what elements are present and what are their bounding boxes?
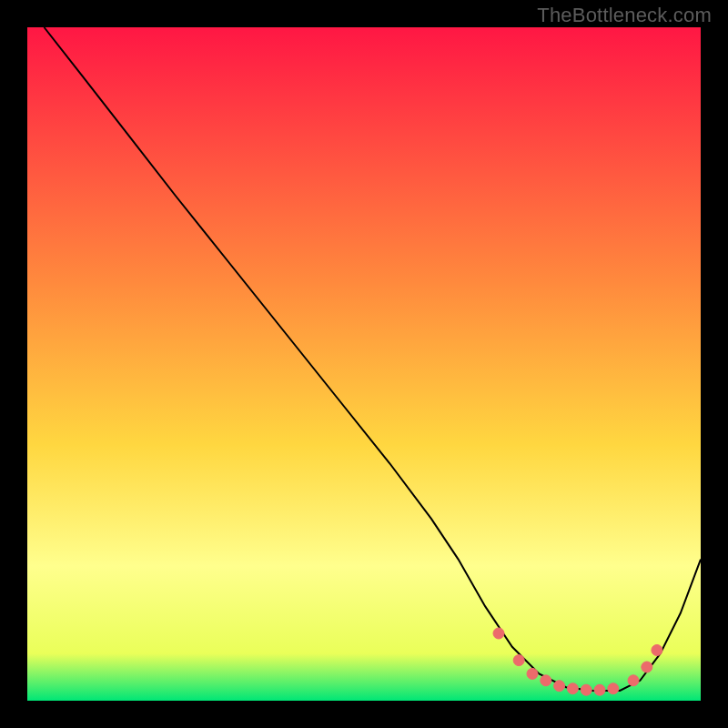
optimal-marker: [541, 675, 551, 686]
optimal-marker: [493, 628, 504, 639]
bottleneck-chart: [0, 0, 728, 728]
gradient-plot-area: [27, 27, 701, 701]
optimal-marker: [594, 684, 605, 695]
optimal-marker: [567, 683, 578, 694]
optimal-marker: [527, 668, 538, 679]
optimal-marker: [513, 655, 524, 666]
optimal-marker: [642, 662, 652, 672]
optimal-marker: [628, 675, 639, 686]
optimal-marker: [608, 683, 619, 694]
chart-stage: TheBottleneck.com: [0, 0, 728, 728]
watermark-text: TheBottleneck.com: [537, 4, 712, 27]
optimal-marker: [581, 684, 592, 695]
optimal-marker: [652, 645, 662, 656]
optimal-marker: [554, 681, 565, 692]
